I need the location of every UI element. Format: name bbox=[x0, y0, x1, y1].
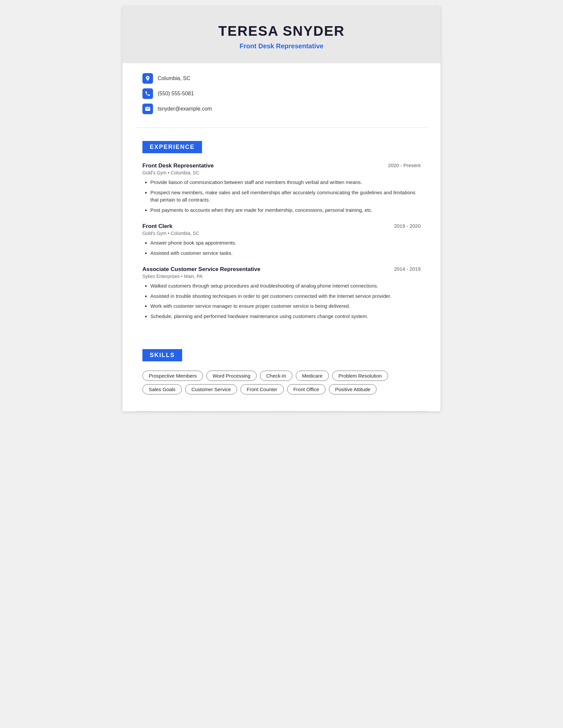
location-text: Columbia, SC bbox=[158, 75, 190, 81]
header-section: TERESA SNYDER Front Desk Representative bbox=[122, 7, 441, 63]
job-bullets-1: Provide liaison of communication between… bbox=[142, 179, 421, 214]
skill-tag-7: Front Counter bbox=[240, 384, 284, 394]
phone-item: (550) 555-5081 bbox=[142, 88, 421, 99]
job-entry-2: Front Clerk 2019 - 2020 Gold's Gym • Col… bbox=[142, 223, 421, 257]
location-icon bbox=[142, 73, 153, 84]
bottom-divider bbox=[136, 411, 427, 411]
phone-icon bbox=[142, 88, 153, 99]
candidate-name: TERESA SNYDER bbox=[136, 23, 427, 39]
bullet-1-1: Provide liaison of communication between… bbox=[150, 179, 421, 186]
bullet-2-2: Assisted with customer service tasks. bbox=[150, 250, 421, 257]
job-header-3: Associate Customer Service Representativ… bbox=[142, 266, 421, 273]
skill-tag-9: Positive Attitude bbox=[329, 384, 377, 394]
job-title-3: Associate Customer Service Representativ… bbox=[142, 266, 260, 273]
job-title-2: Front Clerk bbox=[142, 223, 172, 230]
email-text: tsnyder@example.com bbox=[158, 106, 212, 112]
candidate-title: Front Desk Representative bbox=[136, 42, 427, 50]
contact-divider bbox=[136, 127, 427, 128]
bullet-3-3: Work with customer service manager to en… bbox=[150, 302, 421, 310]
job-title-1: Front Desk Representative bbox=[142, 162, 213, 169]
skill-tag-5: Sales Goals bbox=[142, 384, 182, 394]
skill-tag-4: Problem Resolution bbox=[332, 371, 388, 381]
job-dates-2: 2019 - 2020 bbox=[394, 223, 421, 229]
skill-tag-6: Customer Service bbox=[185, 384, 237, 394]
location-item: Columbia, SC bbox=[142, 73, 421, 84]
bullet-3-1: Walked customers through setup procedure… bbox=[150, 282, 421, 290]
email-icon bbox=[142, 104, 153, 114]
job-company-2: Gold's Gym • Columbia, SC bbox=[142, 231, 421, 236]
job-header-2: Front Clerk 2019 - 2020 bbox=[142, 223, 421, 230]
resume-container: TERESA SNYDER Front Desk Representative … bbox=[122, 7, 441, 411]
job-entry-3: Associate Customer Service Representativ… bbox=[142, 266, 421, 320]
skill-tag-2: Check-In bbox=[260, 371, 293, 381]
job-company-1: Gold's Gym • Columbia, SC bbox=[142, 170, 421, 175]
bullet-3-2: Assisted in trouble shooting techniques … bbox=[150, 293, 421, 300]
skill-tag-3: Medicare bbox=[296, 371, 329, 381]
experience-section: EXPERIENCE Front Desk Representative 202… bbox=[122, 131, 441, 339]
skill-tag-8: Front Office bbox=[287, 384, 326, 394]
bullet-1-3: Post payments to accounts when they are … bbox=[150, 206, 421, 214]
skill-tag-0: Prospective Members bbox=[142, 371, 203, 381]
phone-text: (550) 555-5081 bbox=[158, 91, 194, 97]
skills-header: SKILLS bbox=[142, 349, 421, 361]
skills-grid: Prospective MembersWord ProcessingCheck-… bbox=[142, 371, 421, 394]
email-item: tsnyder@example.com bbox=[142, 104, 421, 114]
skills-title: SKILLS bbox=[142, 349, 182, 361]
bullet-3-4: Schedule, planning and performed hardwar… bbox=[150, 313, 421, 320]
skill-tag-1: Word Processing bbox=[206, 371, 257, 381]
job-entry-1: Front Desk Representative 2020 - Present… bbox=[142, 162, 421, 214]
job-company-3: Sykes Enterprises • Main, PA bbox=[142, 274, 421, 279]
job-header-1: Front Desk Representative 2020 - Present bbox=[142, 162, 421, 169]
contact-section: Columbia, SC (550) 555-5081 tsnyder@exam… bbox=[122, 63, 441, 124]
bullet-1-2: Prospect new members, make sales and sel… bbox=[150, 189, 421, 204]
job-bullets-2: Answer phone book spa appointments. Assi… bbox=[142, 239, 421, 257]
experience-header: EXPERIENCE bbox=[142, 141, 421, 153]
job-dates-3: 2014 - 2019 bbox=[394, 266, 421, 272]
job-bullets-3: Walked customers through setup procedure… bbox=[142, 282, 421, 320]
bullet-2-1: Answer phone book spa appointments. bbox=[150, 239, 421, 247]
skills-section: SKILLS Prospective MembersWord Processin… bbox=[122, 339, 441, 404]
experience-title: EXPERIENCE bbox=[142, 141, 202, 153]
job-dates-1: 2020 - Present bbox=[388, 162, 421, 168]
